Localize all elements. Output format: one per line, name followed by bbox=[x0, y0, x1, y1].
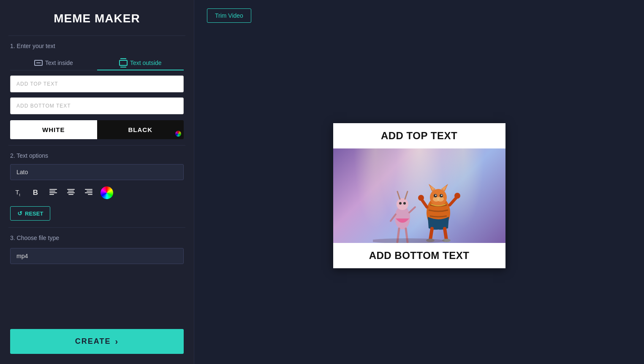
svg-line-18 bbox=[397, 191, 400, 199]
svg-rect-9 bbox=[87, 191, 92, 191]
meme-bottom-text: ADD BOTTOM TEXT bbox=[333, 243, 505, 268]
svg-rect-10 bbox=[85, 192, 92, 193]
tab-text-inside[interactable]: Text inside bbox=[10, 56, 97, 70]
create-arrow-icon: › bbox=[115, 337, 119, 346]
svg-line-19 bbox=[405, 191, 408, 199]
reset-label: RESET bbox=[25, 210, 43, 217]
align-center-button[interactable] bbox=[63, 185, 79, 200]
reset-icon: ↺ bbox=[17, 210, 22, 217]
font-size-icon: Tt bbox=[15, 189, 20, 197]
left-panel: MEME MAKER 1. Enter your text Text insid… bbox=[0, 0, 194, 364]
right-panel: Trim Video ADD TOP TEXT bbox=[194, 0, 644, 364]
white-color-button[interactable]: WHITE bbox=[10, 120, 97, 139]
reset-button[interactable]: ↺ RESET bbox=[10, 206, 50, 221]
svg-rect-11 bbox=[88, 194, 92, 195]
text-options-section: Lato Arial Impact Georgia Verdana Tt B bbox=[0, 164, 194, 221]
svg-rect-3 bbox=[49, 194, 54, 195]
svg-line-34 bbox=[430, 229, 432, 240]
svg-rect-1 bbox=[49, 191, 55, 191]
align-right-button[interactable] bbox=[81, 185, 96, 200]
svg-point-32 bbox=[435, 194, 436, 196]
format-toolbar: Tt B bbox=[10, 185, 184, 200]
svg-rect-5 bbox=[68, 191, 74, 191]
app-title: MEME MAKER bbox=[0, 0, 194, 35]
svg-rect-6 bbox=[67, 192, 75, 193]
file-type-select[interactable]: mp4 gif jpg png bbox=[10, 248, 184, 264]
create-button[interactable]: CREATE › bbox=[10, 329, 184, 354]
svg-point-21 bbox=[403, 202, 406, 205]
bold-button[interactable]: B bbox=[28, 185, 43, 200]
text-outside-icon bbox=[119, 60, 128, 66]
meme-preview: ADD TOP TEXT bbox=[333, 123, 505, 268]
svg-point-13 bbox=[397, 198, 408, 210]
align-center-icon bbox=[67, 189, 75, 197]
svg-rect-8 bbox=[85, 189, 92, 190]
svg-point-42 bbox=[373, 238, 445, 243]
characters-illustration bbox=[373, 167, 466, 243]
color-wheel-picker[interactable] bbox=[101, 186, 113, 199]
svg-rect-4 bbox=[67, 189, 75, 190]
trim-video-button[interactable]: Trim Video bbox=[207, 8, 251, 23]
svg-line-17 bbox=[409, 207, 415, 213]
tab-text-outside[interactable]: Text outside bbox=[97, 56, 184, 70]
create-btn-wrapper: CREATE › bbox=[0, 322, 194, 364]
top-text-input[interactable] bbox=[10, 75, 184, 92]
step1-label: 1. Enter your text bbox=[0, 36, 194, 54]
text-inside-icon bbox=[34, 60, 43, 66]
font-size-button[interactable]: Tt bbox=[10, 185, 25, 200]
black-color-button[interactable]: BLACK bbox=[97, 120, 184, 139]
svg-rect-0 bbox=[49, 189, 57, 190]
meme-image bbox=[333, 148, 505, 243]
meme-top-text: ADD TOP TEXT bbox=[333, 123, 505, 148]
align-right-icon bbox=[85, 189, 92, 197]
bottom-text-input[interactable] bbox=[10, 97, 184, 114]
text-inputs-container bbox=[0, 75, 194, 114]
bold-icon: B bbox=[33, 189, 38, 197]
svg-point-40 bbox=[418, 195, 424, 201]
align-left-icon bbox=[49, 189, 57, 197]
color-buttons-container: WHITE BLACK bbox=[10, 120, 184, 139]
tabs-container: Text inside Text outside bbox=[10, 56, 184, 70]
font-select[interactable]: Lato Arial Impact Georgia Verdana bbox=[10, 164, 184, 180]
step2-label: 2. Text options bbox=[0, 146, 194, 164]
svg-point-41 bbox=[454, 193, 460, 199]
tab-text-outside-label: Text outside bbox=[130, 59, 162, 66]
svg-rect-7 bbox=[68, 194, 73, 195]
svg-point-29 bbox=[437, 197, 444, 202]
svg-point-20 bbox=[399, 202, 402, 205]
file-type-section: mp4 gif jpg png bbox=[0, 248, 194, 264]
create-label: CREATE bbox=[75, 337, 111, 346]
svg-rect-2 bbox=[49, 192, 57, 193]
align-left-button[interactable] bbox=[46, 185, 61, 200]
step3-label: 3. Choose file type bbox=[0, 228, 194, 246]
svg-point-33 bbox=[441, 194, 442, 196]
tab-text-inside-label: Text inside bbox=[45, 59, 73, 66]
svg-line-35 bbox=[445, 229, 446, 240]
